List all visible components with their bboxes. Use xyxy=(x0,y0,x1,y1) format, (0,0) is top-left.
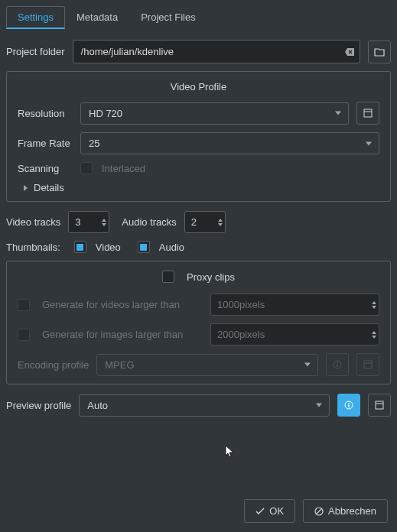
svg-rect-10 xyxy=(376,401,383,409)
tab-metadata[interactable]: Metadata xyxy=(65,6,129,29)
encoding-info-button xyxy=(326,353,349,376)
tab-project-files[interactable]: Project Files xyxy=(129,6,207,29)
thumbnails-label: Thumbnails: xyxy=(6,242,60,253)
clear-icon[interactable] xyxy=(345,48,354,56)
video-tracks-spinner[interactable] xyxy=(68,211,109,233)
details-label: Details xyxy=(34,182,64,193)
folder-button[interactable] xyxy=(368,41,391,63)
cancel-label: Abbrechen xyxy=(328,505,376,517)
dialog-buttons: OK Abbrechen xyxy=(244,499,388,523)
frame-rate-label: Frame Rate xyxy=(18,138,73,149)
video-profile-title: Video Profile xyxy=(18,81,379,92)
cancel-button[interactable]: Abbrechen xyxy=(303,499,388,523)
svg-line-13 xyxy=(317,509,321,514)
video-profile-group: Video Profile Resolution HD 720 Frame Ra… xyxy=(6,71,391,202)
thumbnails-video-checkbox[interactable] xyxy=(74,241,86,253)
gen-videos-checkbox xyxy=(18,299,30,311)
gen-images-checkbox xyxy=(18,329,30,341)
audio-tracks-label: Audio tracks xyxy=(122,216,177,228)
scanning-label: Scanning xyxy=(18,163,73,174)
project-folder-label: Project folder xyxy=(6,46,65,57)
gen-videos-spinner xyxy=(210,294,379,316)
proxy-group: Proxy clips Generate for videos larger t… xyxy=(6,261,391,384)
preview-profile-select[interactable]: Auto xyxy=(79,394,330,417)
svg-rect-5 xyxy=(364,361,372,368)
encoding-profile-label: Encoding profile xyxy=(18,359,89,371)
cursor-icon xyxy=(225,445,236,459)
tab-settings[interactable]: Settings xyxy=(6,6,65,29)
preview-info-button[interactable] xyxy=(337,394,360,417)
audio-tracks-spinner[interactable] xyxy=(184,211,226,233)
ok-button[interactable]: OK xyxy=(244,499,295,523)
encoding-profile-select: MPEG xyxy=(96,354,318,376)
gen-images-spinner xyxy=(210,323,379,345)
check-icon xyxy=(255,508,265,515)
details-toggle[interactable]: Details xyxy=(18,182,379,193)
thumbnails-audio-label: Audio xyxy=(159,242,184,253)
gen-videos-label: Generate for videos larger than xyxy=(42,299,203,310)
svg-rect-4 xyxy=(337,364,337,367)
video-tracks-label: Video tracks xyxy=(6,216,60,228)
thumbnails-video-label: Video xyxy=(96,242,121,253)
frame-rate-select[interactable]: 25 xyxy=(80,132,379,154)
preview-profile-label: Preview profile xyxy=(6,400,71,411)
encoding-config-button xyxy=(356,353,379,376)
tabs: Settings Metadata Project Files xyxy=(6,6,391,29)
gen-images-label: Generate for images larger than xyxy=(42,329,203,340)
svg-point-8 xyxy=(348,403,350,404)
cancel-icon xyxy=(314,507,324,516)
svg-rect-0 xyxy=(364,109,372,117)
proxy-clips-checkbox[interactable] xyxy=(162,271,174,283)
ok-label: OK xyxy=(269,505,284,517)
preview-config-button[interactable] xyxy=(368,394,391,417)
interlaced-label: Interlaced xyxy=(102,163,145,174)
proxy-clips-label: Proxy clips xyxy=(187,271,235,283)
thumbnails-audio-checkbox[interactable] xyxy=(138,241,150,253)
resolution-config-button[interactable] xyxy=(356,102,379,125)
project-folder-input[interactable] xyxy=(73,40,360,63)
chevron-right-icon xyxy=(24,185,28,191)
resolution-label: Resolution xyxy=(18,108,73,119)
resolution-select[interactable]: HD 720 xyxy=(80,102,349,125)
svg-point-3 xyxy=(337,362,338,364)
svg-rect-9 xyxy=(348,404,349,407)
interlaced-checkbox xyxy=(80,162,93,174)
